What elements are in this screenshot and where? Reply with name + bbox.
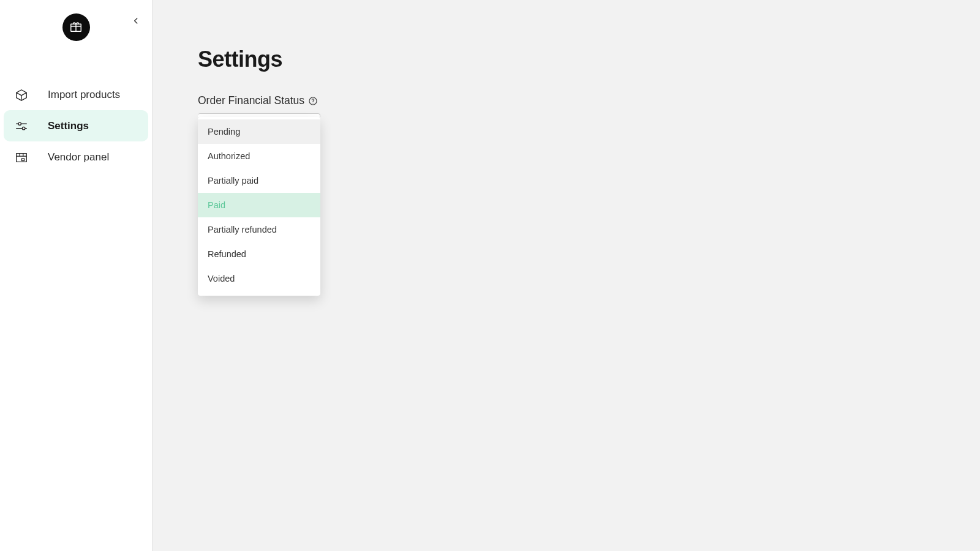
- gift-icon: [69, 20, 83, 36]
- logo-container: [4, 13, 148, 41]
- svg-point-4: [18, 122, 21, 125]
- sidebar: Import products Settings: [0, 0, 153, 551]
- dropdown-option-paid[interactable]: Paid: [198, 193, 320, 217]
- help-icon[interactable]: [308, 96, 318, 106]
- package-icon: [15, 88, 28, 102]
- sidebar-item-label: Settings: [48, 120, 89, 132]
- order-financial-status-select[interactable]: Pending Authorized Partially paid Paid P…: [198, 113, 320, 117]
- order-financial-status-dropdown: Pending Authorized Partially paid Paid P…: [198, 117, 320, 296]
- dropdown-option-label: Partially refunded: [208, 225, 277, 234]
- sidebar-nav: Import products Settings: [4, 79, 148, 173]
- sidebar-item-import-products[interactable]: Import products: [4, 79, 148, 110]
- dropdown-option-partially-paid[interactable]: Partially paid: [198, 168, 320, 193]
- field-label-text: Order Financial Status: [198, 94, 304, 107]
- chevron-left-icon: [132, 17, 140, 28]
- dropdown-option-pending[interactable]: Pending: [198, 119, 320, 144]
- main-content: Settings Order Financial Status Pending …: [153, 0, 980, 551]
- dropdown-option-refunded[interactable]: Refunded: [198, 242, 320, 266]
- collapse-sidebar-button[interactable]: [130, 16, 142, 28]
- sliders-icon: [15, 119, 28, 133]
- dropdown-option-label: Partially paid: [208, 176, 258, 186]
- dropdown-option-label: Paid: [208, 200, 225, 210]
- page-title: Settings: [198, 47, 935, 72]
- storefront-icon: [15, 151, 28, 164]
- dropdown-option-label: Refunded: [208, 249, 246, 259]
- dropdown-option-voided[interactable]: Voided: [198, 266, 320, 291]
- svg-point-13: [313, 102, 314, 103]
- sidebar-item-settings[interactable]: Settings: [4, 110, 148, 141]
- dropdown-option-authorized[interactable]: Authorized: [198, 144, 320, 168]
- sidebar-item-vendor-panel[interactable]: Vendor panel: [4, 141, 148, 173]
- dropdown-option-label: Pending: [208, 127, 240, 137]
- sidebar-item-label: Import products: [48, 89, 120, 101]
- sidebar-item-label: Vendor panel: [48, 151, 109, 163]
- app-root: Import products Settings: [0, 0, 980, 551]
- field-label-order-financial-status: Order Financial Status: [198, 94, 935, 107]
- svg-point-6: [22, 127, 24, 129]
- dropdown-option-partially-refunded[interactable]: Partially refunded: [198, 217, 320, 242]
- app-logo[interactable]: [62, 13, 90, 41]
- dropdown-option-label: Authorized: [208, 151, 250, 161]
- dropdown-option-label: Voided: [208, 274, 235, 283]
- svg-rect-11: [21, 158, 24, 160]
